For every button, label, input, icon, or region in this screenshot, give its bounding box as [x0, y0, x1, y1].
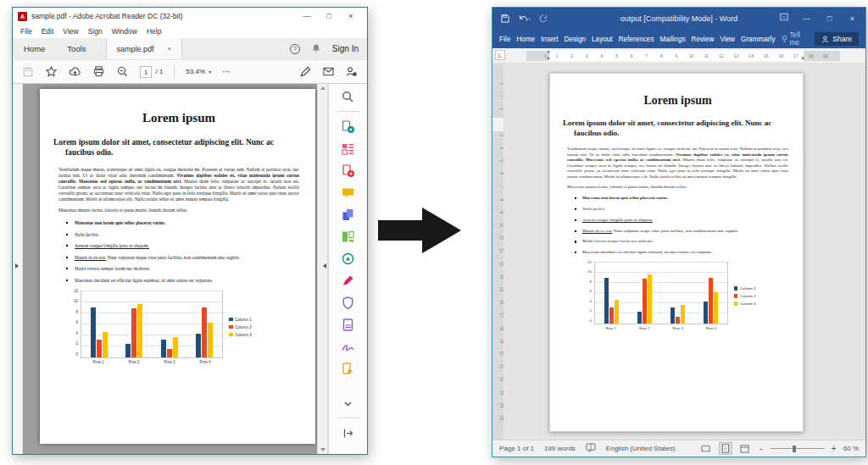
- tab-view[interactable]: View: [720, 36, 735, 43]
- tab-home[interactable]: Home: [13, 38, 56, 59]
- hanging-indent-marker[interactable]: [547, 56, 550, 59]
- bar-chart[interactable]: 121086420Row 1Row 2Row 3Row 4Column 1Col…: [74, 291, 299, 364]
- maximize-button[interactable]: □: [318, 8, 340, 25]
- collapse-tools-pane-icon[interactable]: [323, 263, 326, 268]
- cloud-upload-icon[interactable]: [69, 65, 81, 78]
- tab-references[interactable]: References: [619, 36, 654, 43]
- star-icon[interactable]: [45, 65, 58, 78]
- fill-sign-icon[interactable]: [341, 273, 356, 288]
- menu-sign[interactable]: Sign: [88, 27, 103, 36]
- more-tools-icon[interactable]: ⋯: [222, 67, 231, 76]
- expand-nav-pane-icon[interactable]: [15, 263, 19, 268]
- convert-pdf-icon[interactable]: [341, 251, 356, 266]
- read-mode-icon[interactable]: [699, 442, 713, 455]
- minimize-button[interactable]: —: [296, 8, 318, 25]
- protect-icon[interactable]: [341, 295, 356, 310]
- signature-icon[interactable]: [341, 339, 356, 354]
- comment-icon[interactable]: [341, 185, 356, 200]
- close-button[interactable]: ×: [841, 8, 864, 30]
- menu-file[interactable]: File: [20, 27, 32, 36]
- bullet-list: Maecenas non lorem quis tellus placerat …: [567, 196, 788, 255]
- maximize-button[interactable]: □: [818, 8, 841, 30]
- proofing-icon[interactable]: [586, 443, 596, 454]
- more-tools-chevron-icon[interactable]: [341, 396, 356, 411]
- minimize-button[interactable]: —: [795, 8, 818, 30]
- word-page[interactable]: Lorem ipsum Lorem ipsum dolor sit amet, …: [549, 73, 804, 432]
- horizontal-ruler[interactable]: 1 1234567891011121314151617 1819: [526, 51, 840, 61]
- bell-icon[interactable]: [311, 42, 321, 57]
- search-zoom-icon[interactable]: [116, 65, 129, 78]
- ruler-number: 25: [492, 416, 504, 421]
- chart-bar: [167, 349, 172, 357]
- ruler-number: 12: [492, 248, 504, 253]
- bullet-item: Maecenas tincidunt est efficitur ligula …: [567, 250, 788, 255]
- tabbar-right: ? Sign In: [290, 38, 367, 59]
- bar-chart[interactable]: 121086420Row 1Row 2Row 3Row 4Column 1Col…: [587, 262, 788, 330]
- envelope-icon[interactable]: [322, 65, 335, 78]
- vertical-scrollbar[interactable]: [317, 84, 328, 454]
- tab-review[interactable]: Review: [692, 36, 715, 43]
- help-icon[interactable]: ?: [290, 44, 300, 54]
- page-number-input[interactable]: 1: [140, 66, 152, 78]
- save-icon[interactable]: [500, 14, 510, 24]
- document-paragraph: Vestibulum neque massa, scelerisque sit …: [567, 147, 788, 180]
- language-label[interactable]: English (United States): [606, 445, 676, 452]
- right-indent-marker[interactable]: [801, 56, 804, 59]
- tab-insert[interactable]: Insert: [541, 36, 558, 43]
- tab-layout[interactable]: Layout: [592, 36, 613, 43]
- menu-view[interactable]: View: [63, 27, 78, 36]
- word-count-label[interactable]: 199 words: [544, 445, 576, 452]
- tab-stop-selector[interactable]: L: [495, 50, 505, 60]
- menu-edit[interactable]: Edit: [42, 27, 54, 36]
- bullet-item: Maecenas non lorem quis tellus placerat …: [567, 196, 788, 201]
- tab-design[interactable]: Design: [565, 36, 587, 43]
- print-layout-icon[interactable]: [719, 442, 732, 455]
- zoom-control[interactable]: 53.4% ▾: [186, 68, 211, 75]
- ruler-number: 10: [684, 53, 699, 58]
- close-button[interactable]: ×: [340, 8, 362, 25]
- web-layout-icon[interactable]: [738, 442, 752, 455]
- request-signatures-icon[interactable]: [341, 361, 356, 376]
- scroll-up-icon[interactable]: [320, 86, 326, 90]
- open-tools-pane-icon[interactable]: [341, 425, 356, 440]
- nav-pane-collapsed[interactable]: [13, 84, 23, 454]
- organize-pages-icon[interactable]: [341, 141, 356, 156]
- legend-swatch: [734, 294, 738, 298]
- create-pdf-icon[interactable]: [341, 163, 356, 178]
- ribbon-display-options-icon[interactable]: [772, 8, 795, 30]
- tab-file[interactable]: File: [499, 36, 510, 43]
- combine-files-icon[interactable]: [341, 207, 356, 222]
- zoom-in-button[interactable]: +: [831, 444, 837, 453]
- compress-pdf-icon[interactable]: [341, 317, 356, 332]
- redo-icon[interactable]: [538, 14, 548, 24]
- tab-home[interactable]: Home: [516, 36, 535, 43]
- zoom-level-label[interactable]: 60 %: [843, 445, 859, 452]
- undo-icon[interactable]: [518, 14, 531, 24]
- tab-mailings[interactable]: Mailings: [660, 36, 686, 43]
- chevron-down-icon[interactable]: ▾: [209, 69, 211, 75]
- tab-document[interactable]: sample.pdf ×: [106, 38, 183, 59]
- tell-me-box[interactable]: Tell me: [782, 31, 810, 47]
- export-pdf-icon[interactable]: [341, 119, 356, 134]
- scroll-down-icon[interactable]: [320, 448, 326, 451]
- fill-sign-pen-icon[interactable]: [299, 65, 312, 78]
- sign-in-button[interactable]: Sign In: [332, 44, 359, 53]
- share-button[interactable]: Share: [815, 32, 859, 46]
- save-icon[interactable]: [22, 66, 34, 78]
- zoom-slider[interactable]: [771, 444, 825, 453]
- page-count-label[interactable]: Page 1 of 1: [499, 445, 534, 452]
- edit-pdf-icon[interactable]: [341, 229, 356, 244]
- tab-tools[interactable]: Tools: [56, 38, 97, 59]
- tab-close-icon[interactable]: ×: [168, 45, 172, 53]
- bullet-text: Morbi viverra semper lorem nec molestie.: [75, 266, 150, 271]
- menu-window[interactable]: Window: [112, 27, 137, 36]
- tab-grammarly[interactable]: Grammarly: [741, 36, 775, 43]
- first-line-indent-marker[interactable]: [547, 51, 550, 54]
- zoom-thumb[interactable]: [793, 446, 796, 452]
- print-icon[interactable]: [92, 65, 105, 78]
- search-icon[interactable]: [341, 89, 356, 104]
- legend-entry: Column 3: [734, 302, 756, 306]
- menu-help[interactable]: Help: [147, 27, 161, 36]
- zoom-out-button[interactable]: -: [758, 444, 765, 453]
- person-add-icon[interactable]: [345, 65, 358, 78]
